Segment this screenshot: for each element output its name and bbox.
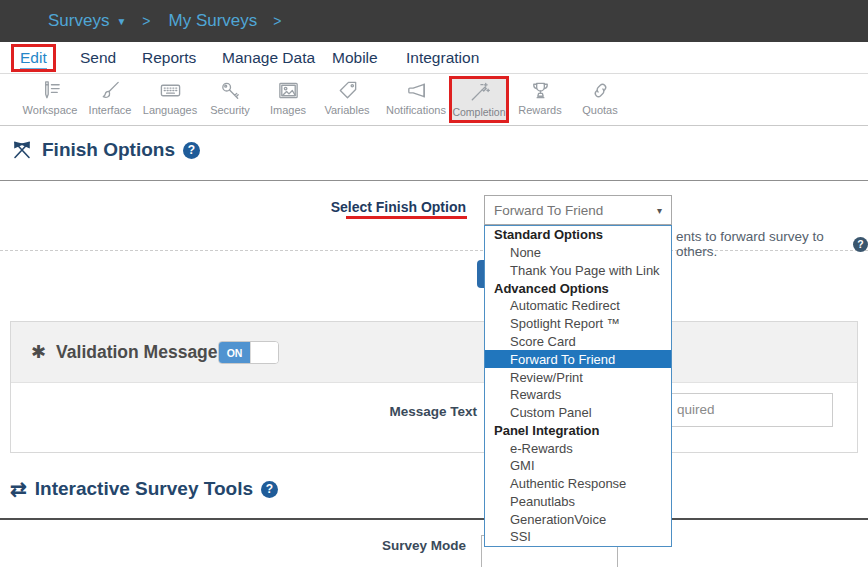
section-title: Interactive Survey Tools: [35, 478, 253, 500]
images-icon: [277, 79, 300, 102]
toolbar-item-label: Variables: [324, 104, 369, 116]
completion-icon: [468, 81, 491, 104]
tab-label: Reports: [142, 49, 196, 67]
toolbar-item-label: Interface: [89, 104, 132, 116]
tab-label: Integration: [406, 49, 479, 67]
toolbar-item-variables[interactable]: Variables: [312, 79, 382, 116]
tab-mobile[interactable]: Mobile: [332, 49, 378, 67]
help-icon[interactable]: ?: [853, 237, 868, 252]
toggle-knob: [250, 342, 278, 363]
rewards-icon: [529, 79, 552, 102]
dropdown-option-score-card[interactable]: Score Card: [485, 333, 671, 351]
dropdown-option-none[interactable]: None: [485, 244, 671, 262]
toolbar-item-label: Security: [210, 104, 250, 116]
dropdown-group-standard-options: Standard Options: [485, 226, 671, 244]
breadcrumb-surveys[interactable]: Surveys: [48, 11, 109, 31]
tab-label: Send: [80, 49, 116, 67]
chevron-right-icon: >: [142, 13, 150, 29]
validation-toggle[interactable]: ON: [218, 341, 279, 364]
swap-arrows-icon: ⇄: [10, 477, 27, 501]
divider: [0, 518, 868, 520]
dropdown-option-automatic-redirect[interactable]: Automatic Redirect: [485, 297, 671, 315]
app-window: Surveys ▼ > My Surveys > EditSendReports…: [0, 0, 868, 567]
annotation-underline: [346, 216, 467, 219]
dropdown-group-advanced-options: Advanced Options: [485, 279, 671, 297]
divider: [0, 180, 868, 181]
workspace-icon: [39, 79, 62, 102]
dropdown-option-ssi[interactable]: SSI: [485, 528, 671, 546]
dropdown-option-gmi[interactable]: GMI: [485, 457, 671, 475]
tab-integration[interactable]: Integration: [406, 49, 479, 67]
dropdown-option-spotlight-report[interactable]: Spotlight Report ™: [485, 315, 671, 333]
dropdown-option-thank-you-page-with-link[interactable]: Thank You Page with Link: [485, 262, 671, 280]
chevron-right-icon: >: [273, 13, 281, 29]
interactive-survey-tools-heading: ⇄ Interactive Survey Tools ?: [10, 477, 278, 501]
caret-down-icon[interactable]: ▼: [116, 16, 126, 27]
toolbar-item-quotas[interactable]: Quotas: [565, 79, 635, 116]
notifications-icon: [405, 79, 428, 102]
validation-message-section: ✱ Validation Message ON Message Text qui…: [10, 321, 858, 453]
message-text-label: Message Text: [181, 404, 477, 419]
toolbar-item-label: Workspace: [23, 104, 78, 116]
page-title: Finish Options: [42, 139, 175, 161]
finish-option-dropdown: Standard OptionsNoneThank You Page with …: [484, 225, 672, 547]
message-text-value: quired: [677, 402, 715, 417]
dropdown-option-generationvoice[interactable]: GenerationVoice: [485, 510, 671, 528]
toggle-on-label: ON: [219, 342, 250, 363]
tab-reports[interactable]: Reports: [142, 49, 196, 67]
dropdown-option-forward-to-friend[interactable]: Forward To Friend: [485, 350, 671, 368]
validation-message-title: Validation Message: [56, 342, 217, 363]
dropdown-option-peanutlabs[interactable]: Peanutlabs: [485, 492, 671, 510]
dropdown-option-custom-panel[interactable]: Custom Panel: [485, 404, 671, 422]
toolbar-item-notifications[interactable]: Notifications: [381, 79, 451, 116]
toolbar-item-label: Languages: [143, 104, 197, 116]
tab-label: Edit: [20, 49, 47, 70]
dropdown-group-panel-integration: Panel Integration: [485, 421, 671, 439]
tab-send[interactable]: Send: [80, 49, 116, 67]
toolbar-item-label: Images: [270, 104, 306, 116]
survey-mode-label: Survey Mode: [180, 538, 466, 553]
languages-icon: [159, 79, 182, 102]
dropdown-option-e-rewards[interactable]: e-Rewards: [485, 439, 671, 457]
tab-label: Mobile: [332, 49, 378, 67]
dropdown-option-review-print[interactable]: Review/Print: [485, 368, 671, 386]
help-icon[interactable]: ?: [261, 481, 278, 498]
forward-note-text: ents to forward survey to others.: [676, 229, 847, 259]
security-icon: [219, 79, 242, 102]
validation-asterisk-icon: ✱: [31, 341, 46, 363]
tab-edit[interactable]: Edit: [20, 49, 47, 70]
tab-bar: EditSendReportsManage DataMobileIntegrat…: [0, 42, 868, 74]
validation-message-header: ✱ Validation Message ON: [11, 322, 857, 383]
interface-icon: [99, 79, 122, 102]
dropdown-option-rewards[interactable]: Rewards: [485, 386, 671, 404]
icon-toolbar: WorkspaceInterfaceLanguagesSecurityImage…: [0, 75, 868, 126]
forward-note: ents to forward survey to others. ?: [676, 229, 868, 259]
select-finish-option-label: Select Finish Option: [180, 199, 466, 215]
breadcrumb: Surveys ▼ > My Surveys >: [0, 0, 868, 42]
tab-label: Manage Data: [222, 49, 315, 67]
dropdown-option-authentic-response[interactable]: Authentic Response: [485, 475, 671, 493]
finish-options-heading: Finish Options ?: [10, 138, 200, 162]
variables-icon: [336, 79, 359, 102]
toolbar-item-label: Completion: [452, 106, 505, 118]
breadcrumb-my-surveys[interactable]: My Surveys: [169, 11, 258, 31]
validation-message-body: Message Text quired: [11, 383, 857, 452]
toolbar-item-label: Notifications: [386, 104, 446, 116]
toolbar-item-label: Quotas: [582, 104, 617, 116]
toolbar-item-completion[interactable]: Completion: [449, 76, 509, 123]
tab-manage-data[interactable]: Manage Data: [222, 49, 315, 67]
finish-option-select[interactable]: Forward To Friend ▾: [484, 195, 672, 225]
selected-value: Forward To Friend: [494, 203, 603, 218]
help-icon[interactable]: ?: [183, 142, 200, 159]
caret-down-icon: ▾: [657, 205, 662, 216]
quotas-icon: [589, 79, 612, 102]
finish-flags-icon: [10, 138, 34, 162]
toolbar-item-label: Rewards: [518, 104, 561, 116]
